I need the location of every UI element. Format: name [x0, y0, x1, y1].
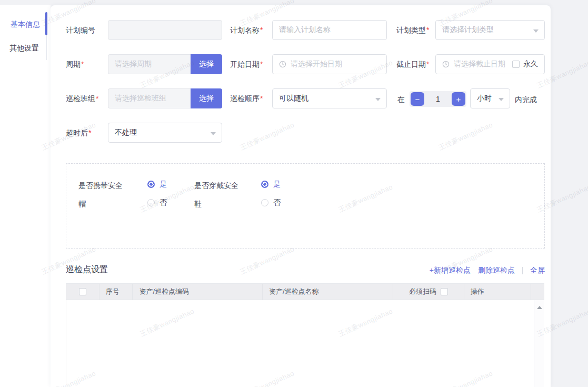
- must-scan-all-checkbox[interactable]: [441, 288, 448, 295]
- header-point-code: 资产/巡检点编码: [133, 284, 262, 300]
- end-date-label: 截止日期*: [396, 60, 429, 70]
- header-must-scan: 必须扫码: [393, 284, 464, 300]
- header-select-cell: [66, 284, 99, 300]
- start-date-input[interactable]: 请选择开始日期: [272, 54, 387, 74]
- order-value: 可以随机: [279, 94, 308, 103]
- clock-icon: [442, 61, 450, 68]
- duration-suffix: 内完成: [515, 95, 537, 105]
- header-point-name: 资产/巡检点名称: [263, 284, 393, 300]
- select-all-checkbox[interactable]: [79, 288, 86, 295]
- delete-point-link[interactable]: 删除巡检点: [478, 266, 515, 275]
- chevron-down-icon: [375, 98, 381, 101]
- table-header-row: 序号 资产/巡检点编码 资产/巡检点名称 必须扫码 操作: [66, 284, 544, 300]
- clock-icon: [279, 61, 286, 68]
- duration-stepper: − 1 +: [410, 91, 466, 107]
- plan-type-placeholder: 请选择计划类型: [442, 25, 494, 35]
- scroll-up-arrow-icon[interactable]: [537, 306, 542, 309]
- points-actions: +新增巡检点 删除巡检点 全屏: [368, 266, 545, 275]
- plan-code-input[interactable]: [108, 20, 222, 40]
- wear-shoes-label: 是否穿戴安全鞋: [194, 176, 243, 213]
- forever-label: 永久: [523, 59, 538, 69]
- forever-checkbox[interactable]: [512, 61, 520, 68]
- team-select-button[interactable]: 选择: [191, 88, 222, 108]
- plan-type-select[interactable]: 请选择计划类型: [435, 20, 545, 40]
- plan-name-label: 计划名称*: [230, 26, 263, 35]
- table-body: [66, 300, 544, 387]
- plan-code-label: 计划编号: [66, 26, 95, 35]
- header-gutter: [531, 284, 544, 300]
- plus-button[interactable]: +: [452, 92, 465, 106]
- plan-name-input[interactable]: 请输入计划名称: [272, 20, 387, 40]
- team-input[interactable]: 请选择巡检班组: [108, 88, 191, 108]
- team-placeholder: 请选择巡检班组: [115, 94, 166, 103]
- plan-name-placeholder: 请输入计划名称: [279, 25, 331, 35]
- carry-helmet-yes-radio[interactable]: 是: [147, 180, 167, 188]
- order-select[interactable]: 可以随机: [272, 88, 387, 108]
- active-tab-indicator: [45, 12, 47, 35]
- plan-edit-page: 基本信息 其他设置 计划编号 计划名称* 请输入计划名称 计划类型* 请选择计划…: [0, 0, 588, 387]
- radio-unchecked-icon: [147, 199, 155, 206]
- cycle-input[interactable]: 请选择周期: [108, 54, 191, 74]
- radio-checked-icon: [147, 181, 155, 188]
- end-date-placeholder: 请选择截止日期: [454, 59, 505, 69]
- wear-shoes-no-radio[interactable]: 否: [261, 199, 281, 207]
- timeout-label: 超时后*: [66, 128, 91, 138]
- fullscreen-link[interactable]: 全屏: [530, 266, 545, 275]
- duration-unit-select[interactable]: 小时: [470, 88, 510, 108]
- safety-options-box: 是否携带安全帽 是 否 是否穿戴安全鞋 是 否: [66, 163, 545, 249]
- radio-unchecked-icon: [261, 199, 268, 206]
- chevron-down-icon: [211, 132, 216, 135]
- forever-option: 永久: [512, 59, 538, 69]
- add-point-link[interactable]: +新增巡检点: [430, 266, 471, 275]
- divider: [522, 267, 523, 274]
- sidebar-tab-other-settings[interactable]: 其他设置: [9, 44, 39, 53]
- chevron-down-icon: [533, 29, 539, 33]
- cycle-select-button[interactable]: 选择: [191, 54, 222, 74]
- duration-value[interactable]: 1: [436, 95, 440, 103]
- points-section-title: 巡检点设置: [66, 264, 108, 275]
- timeout-select[interactable]: 不处理: [108, 123, 222, 143]
- radio-checked-icon: [261, 181, 268, 188]
- plan-type-label: 计划类型*: [396, 26, 429, 35]
- sidebar: 基本信息 其他设置: [0, 5, 51, 387]
- form-card: 计划编号 计划名称* 请输入计划名称 计划类型* 请选择计划类型 周期* 请选择…: [51, 5, 551, 387]
- duration-unit-value: 小时: [477, 94, 492, 103]
- table-scrollbar[interactable]: [534, 300, 544, 387]
- timeout-value: 不处理: [115, 128, 137, 137]
- carry-helmet-label: 是否携带安全帽: [78, 176, 127, 213]
- points-table: 序号 资产/巡检点编码 资产/巡检点名称 必须扫码 操作: [66, 283, 544, 387]
- start-date-label: 开始日期*: [230, 60, 263, 70]
- header-index: 序号: [99, 284, 133, 300]
- duration-prefix: 在: [397, 95, 405, 105]
- cycle-placeholder: 请选择周期: [115, 59, 152, 69]
- order-label: 巡检顺序*: [230, 94, 263, 104]
- start-date-placeholder: 请选择开始日期: [291, 59, 342, 69]
- cycle-label: 周期*: [66, 60, 84, 70]
- chevron-down-icon: [499, 98, 504, 101]
- end-date-input[interactable]: 请选择截止日期 永久: [435, 54, 545, 74]
- minus-button[interactable]: −: [411, 92, 424, 106]
- wear-shoes-yes-radio[interactable]: 是: [261, 180, 281, 188]
- sidebar-tab-basic-info[interactable]: 基本信息: [11, 20, 40, 29]
- gutter-divider: [534, 300, 534, 387]
- header-actions: 操作: [464, 284, 531, 300]
- carry-helmet-no-radio[interactable]: 否: [147, 199, 167, 207]
- team-label: 巡检班组*: [66, 94, 98, 104]
